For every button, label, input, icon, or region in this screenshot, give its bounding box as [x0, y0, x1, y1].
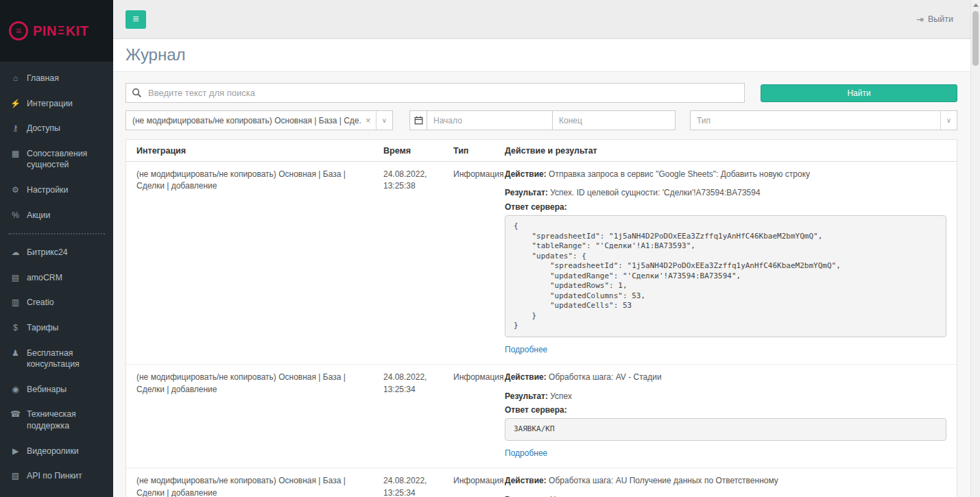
sidebar-item-integrations[interactable]: ⚡ Интеграции	[0, 91, 113, 117]
sidebar-item-creatio[interactable]: ▥ Creatio	[0, 290, 113, 315]
result-text: Успех	[550, 391, 572, 401]
clear-filter-icon[interactable]: ×	[361, 115, 376, 125]
sidebar-item-bitrix24[interactable]: ☁ Битрикс24	[0, 240, 113, 265]
key-icon: ⚷	[10, 123, 21, 134]
filter-row: (не модифицировать/не копировать) Основн…	[126, 110, 957, 130]
integration-cell: (не модифицировать/не копировать) Основн…	[126, 365, 373, 468]
action-label: Действие:	[505, 476, 547, 485]
chevron-down-icon: ∨	[376, 111, 392, 130]
sidebar-item-settings[interactable]: ⚙ Настройки	[0, 178, 113, 203]
action-result-cell: Действие: Обработка шага: AV - Стадии Ре…	[494, 365, 957, 468]
logout-button[interactable]: ⇥ Выйти	[916, 14, 953, 25]
sidebar-toggle-button[interactable]: ≡	[126, 10, 146, 29]
logout-icon: ⇥	[916, 14, 924, 25]
sidebar-item-api[interactable]: ▧ API по Пинкит	[0, 463, 113, 489]
api-docs-icon: ▧	[10, 470, 21, 481]
sidebar-nav: ⌂ Главная ⚡ Интеграции ⚷ Доступы ▦ Сопос…	[0, 62, 113, 497]
broadcast-icon: ◉	[10, 384, 21, 395]
log-header-row: Интеграция Время Тип Действие и результа…	[126, 140, 957, 162]
video-play-icon: ▶	[10, 446, 21, 457]
sidebar-item-videos[interactable]: ▶ Видеоролики	[0, 439, 113, 464]
log-table: Интеграция Время Тип Действие и результа…	[126, 140, 957, 497]
monitor-icon: ▤	[10, 272, 21, 283]
page-title: Журнал	[126, 45, 958, 64]
server-response-label: Ответ сервера:	[505, 202, 567, 212]
home-icon: ⌂	[10, 73, 21, 84]
result-label: Результат:	[505, 188, 548, 197]
action-text: Обработка шага: AU Получение данных по О…	[549, 476, 778, 485]
sidebar-item-label: Битрикс24	[27, 247, 68, 258]
search-icon	[132, 88, 142, 98]
integration-cell: (не модифицировать/не копировать) Основн…	[126, 468, 373, 497]
sidebar-item-webinars[interactable]: ◉ Вебинары	[0, 377, 113, 402]
sidebar-item-home[interactable]: ⌂ Главная	[0, 66, 113, 91]
sidebar-item-label: amoCRM	[27, 272, 62, 284]
column-header-type: Тип	[443, 140, 494, 162]
sidebar-item-tariffs[interactable]: $ Тарифы	[0, 315, 113, 341]
sidebar-item-tech-support[interactable]: ☎ Техническая поддержка	[0, 402, 113, 438]
find-button[interactable]: Найти	[761, 84, 957, 102]
time-cell: 24.08.2022, 13:25:38	[373, 162, 443, 365]
search-field-wrap	[126, 83, 745, 103]
time-cell: 24.08.2022, 13:25:34	[373, 468, 443, 497]
sidebar-item-label: Акции	[27, 210, 50, 221]
title-band: Журнал	[113, 39, 970, 72]
main-area: ≡ ⇥ Выйти Журнал Найти	[113, 0, 970, 497]
integration-cell: (не модифицировать/не копировать) Основн…	[126, 162, 373, 365]
details-link[interactable]: Подробнее	[505, 344, 547, 356]
chevron-down-icon: ∨	[940, 111, 957, 130]
sidebar-item-access[interactable]: ⚷ Доступы	[0, 116, 113, 141]
column-header-time: Время	[373, 140, 443, 162]
result-text: Успех. ID целевой сущности: 'Сделки'!A73…	[550, 188, 760, 197]
calendar-icon	[414, 116, 423, 125]
percent-icon: %	[10, 210, 21, 221]
sidebar-item-label: Creatio	[27, 297, 54, 308]
action-text: Отправка запроса в сервис "Google Sheets…	[549, 169, 810, 179]
column-header-integration: Интеграция	[126, 140, 373, 162]
sidebar-item-label: Техническая поддержка	[27, 409, 106, 431]
sidebar-item-label: Видеоролики	[27, 446, 79, 457]
date-start-input[interactable]	[427, 110, 553, 130]
sidebar-item-label: API по Пинкит	[27, 470, 82, 482]
action-text: Обработка шага: AV - Стадии	[549, 372, 662, 382]
sidebar-item-entity-mapping[interactable]: ▦ Сопоставления сущностей	[0, 141, 113, 178]
table-row: (не модифицировать/не копировать) Основн…	[126, 162, 957, 365]
date-end-input[interactable]	[553, 110, 676, 130]
search-row: Найти	[126, 83, 957, 103]
plug-icon: ⚡	[10, 98, 21, 109]
sidebar-item-label: Настройки	[27, 184, 68, 196]
type-filter-placeholder: Тип	[697, 116, 940, 125]
details-link[interactable]: Подробнее	[505, 448, 547, 459]
sidebar-item-integrations-2[interactable]: ⚭ Интеграции	[0, 489, 113, 497]
result-label: Результат:	[505, 391, 548, 401]
sidebar-item-label: Интеграции	[27, 98, 73, 110]
table-row: (не модифицировать/не копировать) Основн…	[126, 365, 957, 468]
type-filter-select[interactable]: Тип ∨	[690, 110, 957, 130]
brand-emblem-icon: ≡	[9, 21, 28, 40]
sidebar-item-free-consultation[interactable]: ♟ Бесплатная консультация	[0, 341, 113, 377]
sidebar-divider	[8, 233, 105, 234]
scrollbar-thumb[interactable]	[972, 11, 979, 66]
table-row: (не модифицировать/не копировать) Основн…	[126, 468, 957, 497]
sidebar: ≡ PINΞKIT ⌂ Главная ⚡ Интеграции ⚷ Досту…	[0, 0, 113, 497]
brand-name: PINΞKIT	[33, 23, 88, 39]
monitor-icon: ▥	[10, 297, 21, 308]
sidebar-item-label: Сопоставления сущностей	[27, 148, 106, 171]
vertical-scrollbar[interactable]	[970, 0, 980, 497]
scroll-up-arrow[interactable]	[971, 0, 980, 10]
sidebar-item-label: Тарифы	[27, 322, 58, 334]
calendar-icon-button[interactable]	[409, 110, 427, 130]
cloud-icon: ☁	[10, 247, 21, 258]
server-response-label: Ответ сервера:	[505, 405, 567, 415]
type-cell: Информация	[443, 162, 494, 365]
search-input[interactable]	[126, 83, 745, 103]
integration-filter-value: (не модифицировать/не копировать) Основн…	[132, 116, 361, 125]
sidebar-item-amocrm[interactable]: ▤ amoCRM	[0, 265, 113, 291]
brand-logo[interactable]: ≡ PINΞKIT	[0, 0, 113, 62]
sidebar-item-label: Бесплатная консультация	[27, 348, 106, 370]
server-response-code: ЗАЯВКА/КП	[505, 418, 946, 441]
action-label: Действие:	[505, 372, 547, 382]
sidebar-item-label: Вебинары	[27, 384, 67, 396]
sidebar-item-promos[interactable]: % Акции	[0, 203, 113, 228]
integration-filter-select[interactable]: (не модифицировать/не копировать) Основн…	[126, 110, 393, 130]
